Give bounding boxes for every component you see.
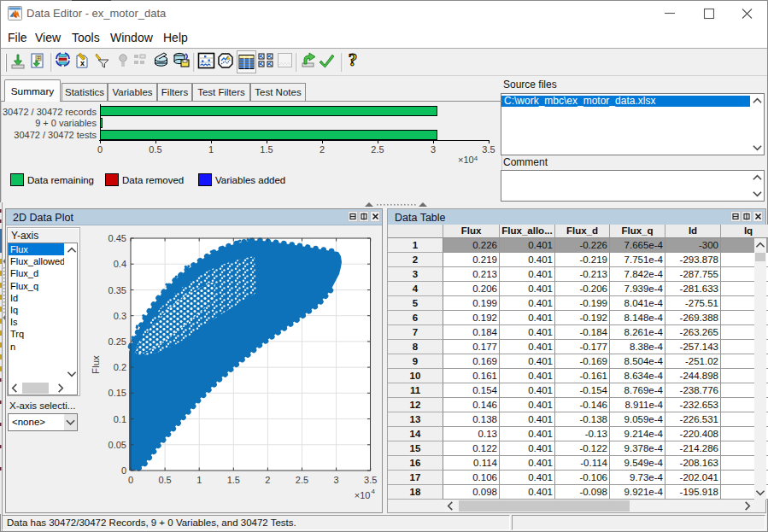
svg-text:3: 3 <box>334 475 339 485</box>
svg-text:1: 1 <box>196 475 202 485</box>
svg-text:0.5: 0.5 <box>158 475 171 485</box>
svg-text:0.4: 0.4 <box>114 259 126 269</box>
svg-text:0.45: 0.45 <box>108 233 126 243</box>
svg-text:4: 4 <box>372 488 376 495</box>
svg-text:0.25: 0.25 <box>108 336 126 347</box>
svg-text:0: 0 <box>121 465 126 476</box>
svg-text:0.3: 0.3 <box>114 311 126 321</box>
svg-text:0: 0 <box>128 475 133 485</box>
svg-text:0.1: 0.1 <box>114 414 126 424</box>
svg-text:0.35: 0.35 <box>108 285 126 295</box>
svg-text:?: ? <box>349 50 358 70</box>
svg-text:3.5: 3.5 <box>364 475 377 485</box>
svg-text:0.15: 0.15 <box>108 388 126 398</box>
svg-text:2: 2 <box>265 475 270 485</box>
svg-text:2.5: 2.5 <box>296 475 308 485</box>
svg-text:0.2: 0.2 <box>114 362 126 372</box>
svg-text:Flux: Flux <box>91 355 101 374</box>
svg-text:0.05: 0.05 <box>108 440 126 450</box>
svg-text:×10: ×10 <box>355 490 371 500</box>
svg-text:x: x <box>80 59 85 67</box>
svg-text:1.5: 1.5 <box>227 475 240 485</box>
